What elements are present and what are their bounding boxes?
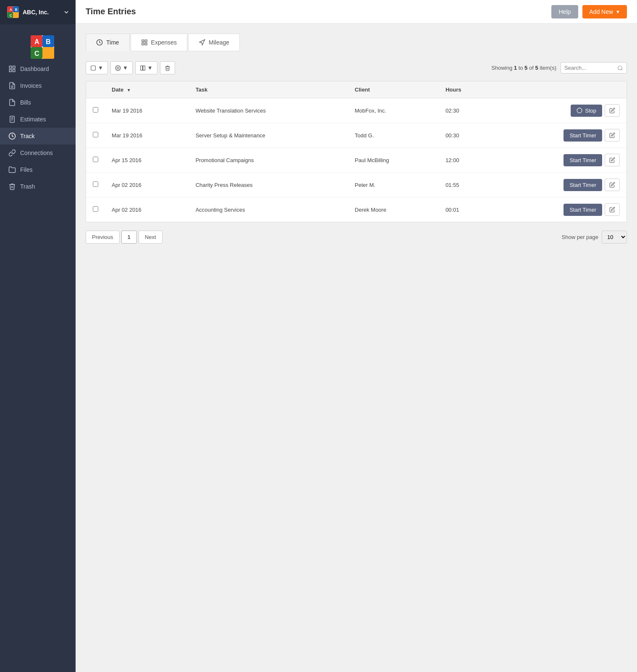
edit-button-2[interactable]: [605, 154, 620, 166]
estimates-icon: [8, 116, 16, 123]
page-1-button[interactable]: 1: [121, 231, 137, 244]
sidebar-item-track[interactable]: Track: [0, 128, 76, 144]
sidebar-item-bills[interactable]: Bills: [0, 94, 76, 111]
search-icon: [617, 65, 623, 71]
svg-rect-31: [145, 43, 147, 45]
expenses-tab-icon: [141, 39, 148, 46]
row-hours: 12:00: [439, 148, 494, 173]
delete-button[interactable]: [160, 61, 175, 74]
edit-button-4[interactable]: [605, 203, 620, 216]
row-checkbox-1[interactable]: [93, 132, 98, 137]
client-column-header[interactable]: Client: [348, 81, 439, 98]
table-row: Apr 15 2016 Promotional Campaigns Paul M…: [86, 148, 627, 173]
showing-from: 1: [514, 65, 517, 71]
task-column-header[interactable]: Task: [189, 81, 348, 98]
help-button[interactable]: Help: [551, 5, 579, 18]
start-timer-button-4[interactable]: Start Timer: [564, 204, 602, 216]
sidebar-item-connections[interactable]: Connections: [0, 144, 76, 161]
svg-rect-12: [42, 47, 54, 59]
add-new-button[interactable]: Add New ▼: [582, 5, 627, 18]
table-row: Mar 19 2016 Website Translation Services…: [86, 98, 627, 123]
company-name: ABC, Inc.: [23, 9, 49, 16]
row-checkbox-cell: [86, 197, 105, 222]
hours-column-header[interactable]: Hours: [439, 81, 494, 98]
row-task: Promotional Campaigns: [189, 148, 348, 173]
tab-time-label: Time: [106, 39, 119, 46]
tab-time[interactable]: Time: [86, 34, 130, 51]
sidebar-item-trash[interactable]: Trash: [0, 178, 76, 195]
edit-button-1[interactable]: [605, 129, 620, 142]
toolbar-left: ▼ ▼ ▼: [86, 61, 175, 74]
start-timer-button-2[interactable]: Start Timer: [564, 154, 602, 166]
toolbar-right: Showing 1 to 5 of 5 item(s): [491, 62, 627, 74]
table-row: Apr 02 2016 Charity Press Releases Peter…: [86, 173, 627, 197]
page-title: Time Entries: [86, 7, 136, 16]
row-client: Paul McBilling: [348, 148, 439, 173]
sidebar-item-files[interactable]: Files: [0, 161, 76, 178]
svg-point-39: [577, 108, 582, 113]
sidebar-item-dashboard[interactable]: Dashboard: [0, 60, 76, 77]
row-client: MobFox, Inc.: [348, 98, 439, 123]
row-actions: Start Timer: [494, 123, 627, 148]
svg-rect-17: [13, 66, 15, 68]
pagination: Previous 1 Next Show per page 10 25 50 1…: [86, 231, 627, 244]
files-icon: [8, 166, 16, 173]
date-column-header[interactable]: Date ▼: [105, 81, 189, 98]
content-area: Time Expenses Mileage ▼ ▼: [76, 24, 637, 672]
row-hours: 00:30: [439, 123, 494, 148]
stop-button-0[interactable]: Stop: [571, 105, 602, 117]
svg-line-38: [621, 69, 623, 70]
tab-expenses[interactable]: Expenses: [131, 34, 187, 51]
edit-icon: [609, 108, 615, 113]
sidebar-item-files-label: Files: [20, 166, 33, 173]
gear-icon: [115, 65, 121, 71]
row-client: Peter M.: [348, 173, 439, 197]
showing-to: 5: [524, 65, 527, 71]
row-checkbox-0[interactable]: [93, 107, 98, 113]
per-page-select[interactable]: 10 25 50 100: [602, 231, 627, 244]
settings-dropdown-button[interactable]: ▼: [110, 61, 133, 74]
row-checkbox-2[interactable]: [93, 157, 98, 162]
columns-icon: [140, 65, 146, 71]
row-checkbox-3[interactable]: [93, 181, 98, 187]
settings-dropdown-arrow: ▼: [123, 65, 128, 71]
search-input[interactable]: [564, 65, 615, 71]
checkbox-dropdown-button[interactable]: ▼: [86, 61, 108, 74]
tab-expenses-label: Expenses: [151, 39, 177, 46]
svg-rect-35: [141, 66, 143, 70]
row-date: Apr 02 2016: [105, 197, 189, 222]
next-button[interactable]: Next: [139, 231, 163, 244]
row-actions: Stop: [494, 98, 627, 123]
mileage-tab-icon: [199, 39, 205, 46]
table-row: Apr 02 2016 Accounting Services Derek Mo…: [86, 197, 627, 222]
company-header[interactable]: A B C ABC, Inc.: [0, 0, 76, 24]
columns-dropdown-button[interactable]: ▼: [135, 61, 157, 74]
edit-button-0[interactable]: [605, 104, 620, 117]
topbar-actions: Help Add New ▼: [551, 5, 627, 18]
svg-rect-30: [142, 43, 144, 45]
row-hours: 02:30: [439, 98, 494, 123]
row-checkbox-cell: [86, 173, 105, 197]
svg-rect-28: [142, 40, 144, 42]
row-date: Apr 02 2016: [105, 173, 189, 197]
sidebar-item-invoices[interactable]: Invoices: [0, 77, 76, 94]
invoices-icon: [8, 82, 16, 89]
row-checkbox-4[interactable]: [93, 206, 98, 212]
sort-arrow-icon: ▼: [127, 88, 131, 92]
toolbar: ▼ ▼ ▼ Showing 1 to 5 of 5 item(s): [86, 61, 627, 74]
sidebar-item-estimates[interactable]: Estimates: [0, 111, 76, 128]
nav-menu: Dashboard Invoices Bills Estimates Track…: [0, 60, 76, 195]
checkbox-dropdown-arrow: ▼: [98, 65, 103, 71]
edit-button-3[interactable]: [605, 178, 620, 191]
track-icon: [8, 132, 16, 140]
sidebar: A B C ABC, Inc. A B C Dashboard: [0, 0, 76, 672]
svg-text:B: B: [15, 8, 18, 12]
tab-mileage[interactable]: Mileage: [188, 34, 240, 51]
main-content: Time Entries Help Add New ▼ Time Expense…: [76, 0, 637, 672]
search-box: [561, 62, 627, 74]
start-timer-button-3[interactable]: Start Timer: [564, 179, 602, 191]
trash-icon: [8, 183, 16, 190]
start-timer-button-1[interactable]: Start Timer: [564, 129, 602, 142]
row-actions: Start Timer: [494, 197, 627, 222]
previous-button[interactable]: Previous: [86, 231, 120, 244]
